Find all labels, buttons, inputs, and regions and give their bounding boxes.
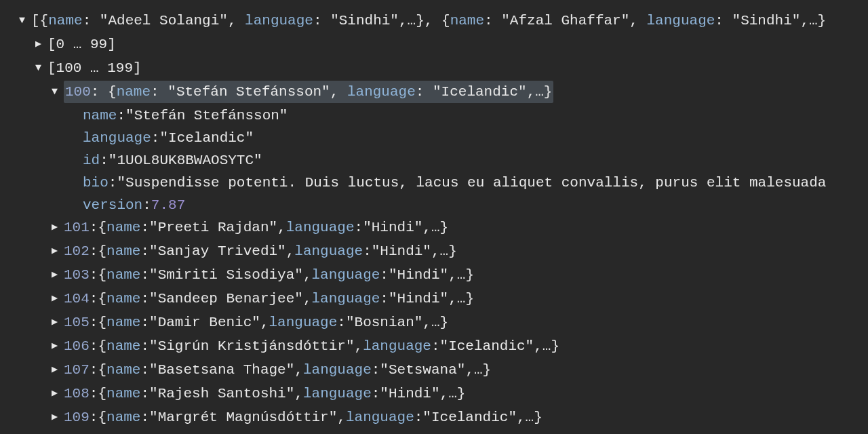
tree-group-100-199[interactable]: [100 … 199] <box>0 57 868 81</box>
array-index: 102 <box>64 240 90 262</box>
tree-item-110[interactable]: 110: {name: "Makhosi Ngiba", language: "… <box>0 430 868 434</box>
tree-group-0-99[interactable]: [0 … 99] <box>0 33 868 57</box>
field-name: name: "Stefán Stefánsson" <box>0 104 868 127</box>
disclosure-triangle-right-icon[interactable] <box>52 430 64 434</box>
array-index: 105 <box>64 311 90 334</box>
array-index: 100 <box>65 84 91 100</box>
disclosure-triangle-down-icon[interactable] <box>52 81 64 103</box>
selected-highlight: 100: {name: "Stefán Stefánsson", languag… <box>64 81 553 103</box>
disclosure-triangle-right-icon[interactable] <box>52 240 64 262</box>
tree-item-108[interactable]: 108: {name: "Rajesh Santoshi", language:… <box>0 382 868 406</box>
array-index: 103 <box>64 264 90 286</box>
disclosure-triangle-down-icon[interactable] <box>35 57 47 79</box>
tree-item-104[interactable]: 104: {name: "Sandeep Benarjee", language… <box>0 288 868 311</box>
tree-item-102[interactable]: 102: {name: "Sanjay Trivedi", language: … <box>0 240 868 264</box>
array-index: 110 <box>64 430 90 434</box>
disclosure-triangle-right-icon[interactable] <box>52 406 64 429</box>
array-index: 104 <box>64 288 90 310</box>
array-index: 107 <box>64 359 90 381</box>
group-label: [0 … 99] <box>47 33 116 56</box>
tree-root-row[interactable]: [{name: "Adeel Solangi", language: "Sind… <box>0 9 868 33</box>
disclosure-triangle-right-icon[interactable] <box>52 311 64 334</box>
disclosure-triangle-right-icon[interactable] <box>52 216 64 239</box>
tree-item-105[interactable]: 105: {name: "Damir Benic", language: "Bo… <box>0 311 868 335</box>
root-bracket: [{name: "Adeel Solangi", language: "Sind… <box>31 9 826 32</box>
tree-item-107[interactable]: 107: {name: "Basetsana Thage", language:… <box>0 359 868 382</box>
array-index: 106 <box>64 335 90 357</box>
group-label: [100 … 199] <box>47 57 142 79</box>
disclosure-triangle-right-icon[interactable] <box>52 382 64 405</box>
array-index: 108 <box>64 382 90 405</box>
tree-item-100[interactable]: 100: {name: "Stefán Stefánsson", languag… <box>0 81 868 104</box>
disclosure-triangle-right-icon[interactable] <box>52 288 64 310</box>
array-index: 101 <box>64 216 90 239</box>
disclosure-triangle-right-icon[interactable] <box>52 359 64 381</box>
field-version: version: 7.87 <box>0 194 868 216</box>
disclosure-triangle-right-icon[interactable] <box>52 335 64 357</box>
tree-item-109[interactable]: 109: {name: "Margrét Magnúsdóttir", lang… <box>0 406 868 430</box>
field-language: language: "Icelandic" <box>0 127 868 149</box>
disclosure-triangle-right-icon[interactable] <box>35 33 47 56</box>
disclosure-triangle-down-icon[interactable] <box>19 9 31 32</box>
tree-item-103[interactable]: 103: {name: "Smiriti Sisodiya", language… <box>0 264 868 288</box>
disclosure-triangle-right-icon[interactable] <box>52 264 64 286</box>
tree-item-106[interactable]: 106: {name: "Sigrún Kristjánsdóttir", la… <box>0 335 868 359</box>
field-bio: bio: "Suspendisse potenti. Duis luctus, … <box>0 172 868 194</box>
tree-item-101[interactable]: 101: {name: "Preeti Rajdan", language: "… <box>0 216 868 240</box>
field-id: id: "1UOL8UK8BWAOSYTC" <box>0 149 868 172</box>
array-index: 109 <box>64 406 90 429</box>
